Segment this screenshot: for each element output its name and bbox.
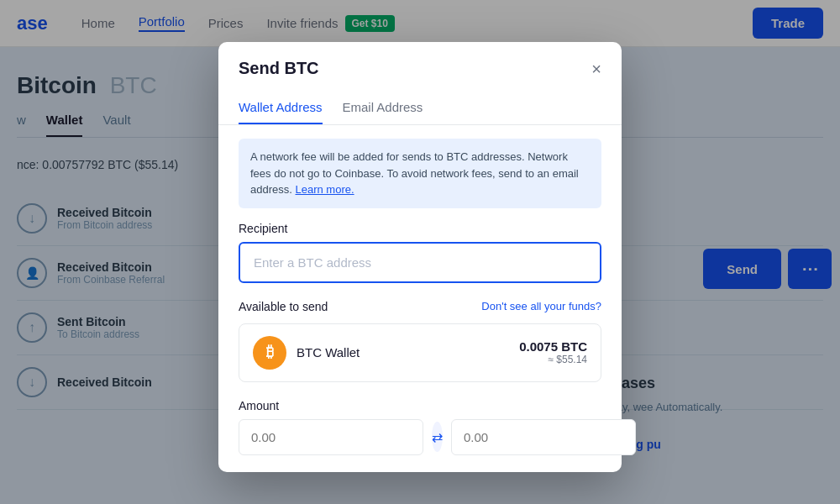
- funds-link[interactable]: Don't see all your funds?: [481, 300, 601, 312]
- notice-box: A network fee will be added for sends to…: [239, 139, 601, 208]
- wallet-name: BTC Wallet: [297, 345, 509, 360]
- close-button[interactable]: ×: [591, 60, 601, 77]
- modal-tabs: Wallet Address Email Address: [218, 92, 622, 125]
- recipient-input[interactable]: [239, 242, 601, 283]
- wallet-usd-amount: ≈ $55.14: [519, 354, 587, 365]
- recipient-label: Recipient: [239, 222, 601, 235]
- tab-wallet-address[interactable]: Wallet Address: [239, 92, 323, 124]
- amount-section: Amount ⇄: [218, 399, 622, 455]
- send-btc-modal: Send BTC × Wallet Address Email Address …: [218, 42, 622, 472]
- available-label: Available to send: [239, 300, 328, 313]
- amount-row: ⇄: [239, 419, 601, 455]
- wallet-amount: 0.0075 BTC ≈ $55.14: [519, 339, 587, 365]
- wallet-card[interactable]: ₿ BTC Wallet 0.0075 BTC ≈ $55.14: [239, 323, 601, 382]
- modal-header: Send BTC ×: [218, 42, 622, 78]
- available-header: Available to send Don't see all your fun…: [239, 300, 601, 313]
- modal-title: Send BTC: [239, 59, 319, 78]
- available-section: Available to send Don't see all your fun…: [218, 300, 622, 382]
- amount-btc-input[interactable]: [451, 419, 636, 455]
- amount-label: Amount: [239, 399, 601, 412]
- currency-switch-button[interactable]: ⇄: [432, 422, 443, 452]
- recipient-form: Recipient: [218, 222, 622, 283]
- learn-more-link[interactable]: Learn more.: [296, 183, 354, 196]
- tab-email-address[interactable]: Email Address: [343, 92, 423, 124]
- wallet-btc-amount: 0.0075 BTC: [519, 339, 587, 354]
- amount-usd-input[interactable]: [239, 419, 423, 455]
- btc-icon: ₿: [253, 336, 286, 370]
